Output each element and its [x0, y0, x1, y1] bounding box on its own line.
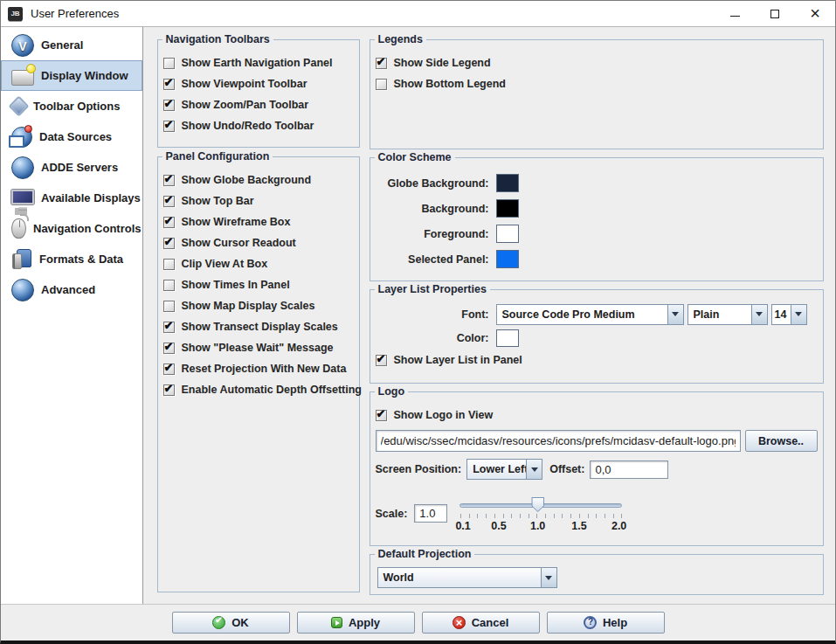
color-swatch[interactable] — [496, 174, 519, 192]
globe-icon — [11, 156, 34, 179]
sidebar-item[interactable]: Formats & Data — [1, 244, 142, 274]
checkbox[interactable] — [163, 322, 175, 333]
slider-thumb[interactable] — [531, 497, 544, 512]
color-row-label: Globe Background: — [376, 177, 489, 190]
legends-group: Legends Show Side Legend Show Bottom Leg… — [370, 39, 824, 149]
globe-v-icon — [11, 34, 34, 57]
sidebar-item[interactable]: ADDE Servers — [1, 152, 142, 183]
font-size-dropdown[interactable]: 14 — [771, 304, 807, 325]
color-swatch[interactable] — [496, 225, 519, 243]
color-row: Globe Background: — [376, 170, 818, 196]
checkbox[interactable] — [163, 259, 175, 270]
left-column: Navigation Toolbars Show Earth Navigatio… — [157, 39, 360, 592]
footer-button-bar: OK Apply Cancel Help — [1, 604, 835, 641]
screen-position-dropdown[interactable]: Lower Left — [466, 459, 542, 480]
layer-color-swatch[interactable] — [496, 329, 519, 347]
slider-tick-label: 0.1 — [455, 520, 470, 532]
font-style-dropdown[interactable]: Plain — [687, 304, 768, 325]
monitor-icon — [11, 190, 34, 204]
footer-button[interactable]: Cancel — [422, 612, 540, 634]
sidebar-item-label: Advanced — [41, 283, 95, 296]
font-size-value: 14 — [771, 304, 791, 325]
sidebar-item[interactable]: Advanced — [1, 274, 142, 305]
close-button[interactable]: × — [795, 1, 835, 26]
logo-group: Logo Show Logo in View Browse.. Screen P… — [370, 391, 824, 546]
offset-input[interactable] — [590, 460, 668, 479]
color-swatch[interactable] — [496, 199, 519, 218]
footer-button[interactable]: Help — [547, 612, 665, 634]
checkbox[interactable] — [163, 238, 175, 249]
checkbox[interactable] — [163, 175, 175, 186]
checkbox[interactable] — [163, 100, 175, 111]
checkbox-row: Show Top Bar — [163, 190, 354, 211]
show-logo-checkbox[interactable] — [376, 410, 387, 421]
checkbox[interactable] — [376, 58, 387, 69]
cancel-icon — [453, 616, 466, 629]
maximize-button[interactable] — [755, 1, 795, 26]
checkbox[interactable] — [163, 364, 175, 375]
checkbox[interactable] — [163, 79, 175, 90]
checkbox[interactable] — [163, 121, 175, 132]
default-projection-dropdown[interactable]: World — [377, 567, 818, 588]
logo-scale-slider[interactable]: 0.1 0.5 1.0 1.5 2.0 — [459, 494, 622, 534]
browse-button[interactable]: Browse.. — [745, 430, 818, 452]
checkbox[interactable] — [163, 343, 175, 354]
font-label: Font: — [376, 308, 489, 321]
checkbox[interactable] — [163, 280, 175, 291]
checkbox[interactable] — [163, 301, 175, 312]
checkbox-label: Show Side Legend — [394, 57, 491, 69]
show-layer-list-checkbox[interactable] — [376, 355, 387, 366]
footer-button[interactable]: Apply — [297, 612, 415, 634]
chevron-down-icon[interactable] — [667, 304, 684, 325]
checkbox-row: Show Earth Navigation Panel — [163, 52, 354, 73]
sidebar-item[interactable]: Available Displays — [1, 183, 142, 213]
right-column: Legends Show Side Legend Show Bottom Leg… — [370, 39, 824, 595]
group-title: Legends — [375, 33, 426, 45]
color-row-label: Background: — [376, 203, 489, 215]
sidebar-item[interactable]: Display Window — [1, 60, 142, 91]
checkbox[interactable] — [163, 217, 175, 228]
default-projection-group: Default Projection World — [370, 554, 824, 595]
checkbox-row: Show Times In Panel — [163, 274, 354, 295]
scale-input[interactable] — [414, 504, 447, 523]
sidebar-item[interactable]: Navigation Controls — [1, 213, 142, 244]
sidebar-item[interactable]: Data Sources — [1, 121, 142, 152]
sidebar-item[interactable]: Toolbar Options — [1, 91, 142, 121]
sidebar-item-label: ADDE Servers — [41, 161, 118, 174]
checkbox-label: Show Zoom/Pan Toolbar — [182, 99, 309, 111]
apply-icon — [331, 617, 342, 628]
color-row-label: Foreground: — [376, 228, 489, 240]
sidebar-item-label: General — [41, 38, 83, 52]
layer-color-row: Color: — [376, 326, 818, 350]
close-icon: × — [810, 9, 820, 17]
group-title: Logo — [375, 385, 409, 398]
checkbox[interactable] — [163, 196, 175, 207]
display-icon — [11, 70, 34, 86]
chevron-down-icon[interactable] — [541, 567, 557, 588]
checkbox-label: Show Cursor Readout — [182, 237, 296, 249]
checkbox-row: Show Globe Background — [163, 170, 354, 190]
color-swatch[interactable] — [496, 250, 519, 268]
footer-button[interactable]: OK — [172, 612, 290, 634]
chevron-down-icon[interactable] — [751, 304, 768, 325]
chevron-down-icon[interactable] — [791, 304, 807, 325]
default-projection-value: World — [377, 567, 541, 588]
checkbox-label: Show Times In Panel — [182, 279, 290, 291]
chevron-down-icon[interactable] — [526, 459, 542, 480]
sidebar-item[interactable]: General — [1, 30, 142, 60]
slider-tick-labels: 0.1 0.5 1.0 1.5 2.0 — [459, 520, 622, 533]
checkbox[interactable] — [163, 58, 175, 69]
group-title: Layer List Properties — [375, 283, 490, 295]
checkbox[interactable] — [376, 79, 387, 90]
formats-icon — [11, 249, 32, 270]
checkbox-label: Clip View At Box — [182, 258, 268, 270]
logo-path-input[interactable] — [376, 430, 741, 452]
window-controls: × — [715, 1, 835, 26]
screen-position-value: Lower Left — [466, 459, 526, 480]
checkbox[interactable] — [163, 384, 175, 396]
checkbox-row: Show Map Display Scales — [163, 295, 354, 316]
checkbox-row: Show Transect Display Scales — [163, 316, 354, 337]
minimize-button[interactable] — [715, 1, 755, 26]
font-name-value: Source Code Pro Medium — [496, 304, 667, 325]
font-name-dropdown[interactable]: Source Code Pro Medium — [496, 304, 684, 325]
